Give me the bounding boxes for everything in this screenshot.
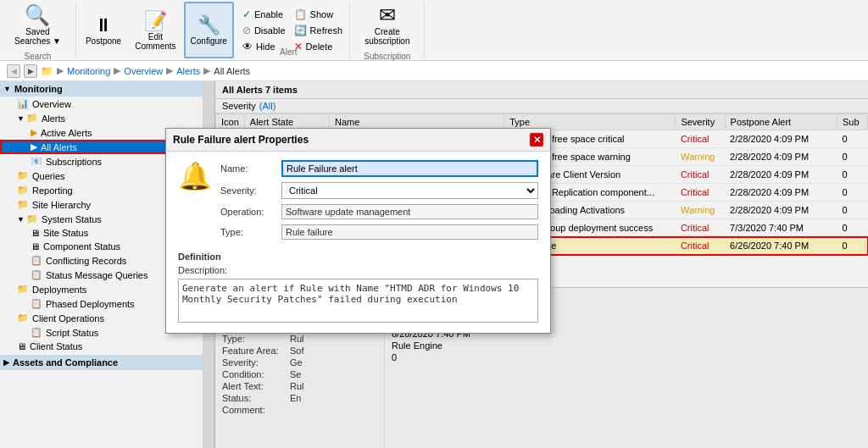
cell-severity: Critical bbox=[676, 219, 725, 237]
dialog-close-button[interactable]: ✕ bbox=[530, 133, 543, 147]
configure-label: Configure bbox=[191, 36, 227, 46]
script-status-icon: 📋 bbox=[31, 327, 42, 338]
filter-label: Severity bbox=[222, 101, 256, 111]
cell-postpone: 2/28/2020 4:09 PM bbox=[725, 184, 837, 202]
dialog-operation-label: Operation: bbox=[220, 207, 281, 217]
dialog-operation-value: Software update management bbox=[281, 204, 538, 219]
nav-back[interactable]: ◀ bbox=[7, 64, 20, 78]
dialog-name-label: Name: bbox=[220, 163, 281, 174]
overview-label: Overview bbox=[32, 99, 71, 109]
cell-sub: 0 bbox=[837, 184, 868, 202]
subscription-icon: ✉ bbox=[379, 3, 396, 27]
status-message-queries-label: Status Message Queries bbox=[46, 270, 147, 280]
cell-sub: 0 bbox=[837, 219, 868, 237]
overview-icon: 📊 bbox=[17, 98, 29, 109]
reporting-icon: 📁 bbox=[17, 185, 29, 196]
dialog-name-row: Name: bbox=[220, 160, 538, 177]
dialog-severity-label: Severity: bbox=[220, 185, 281, 196]
postpone-button[interactable]: ⏸ Postpone bbox=[80, 2, 127, 58]
dialog-severity-row: Severity: Critical Warning Informational bbox=[220, 182, 538, 199]
enable-button[interactable]: ✓ Enable bbox=[239, 7, 289, 22]
dialog-bell-icon: 🔔 bbox=[178, 160, 212, 192]
alerts-expand-icon: ▼ bbox=[17, 114, 25, 123]
disable-icon: ⊘ bbox=[242, 25, 251, 36]
bottom-detail-type: Type:Rul bbox=[222, 334, 377, 344]
active-alerts-icon: ▶ bbox=[31, 127, 37, 138]
nav-forward[interactable]: ▶ bbox=[24, 64, 37, 78]
hide-label: Hide bbox=[256, 41, 275, 52]
all-alerts-icon: ▶ bbox=[31, 141, 37, 152]
queries-icon: 📁 bbox=[17, 170, 29, 181]
dialog-severity-select[interactable]: Critical Warning Informational bbox=[281, 182, 538, 199]
toolbar-subscription-group: ✉ Create subscription Subscription bbox=[350, 2, 425, 58]
cell-postpone: 6/26/2020 7:40 PM bbox=[725, 237, 837, 255]
site-hierarchy-label: Site Hierarchy bbox=[32, 200, 91, 210]
disable-button[interactable]: ⊘ Disable bbox=[239, 23, 289, 38]
edit-comments-button[interactable]: 📝 Edit Comments bbox=[129, 2, 181, 58]
show-button[interactable]: 📋 Show bbox=[291, 7, 347, 22]
show-label: Show bbox=[310, 9, 334, 19]
sidebar-item-overview[interactable]: 📊 Overview bbox=[0, 97, 203, 111]
bottom-detail-status: Status:En bbox=[222, 393, 377, 403]
configure-button[interactable]: 🔧 Configure bbox=[184, 2, 234, 58]
breadcrumb-alerts[interactable]: Alerts bbox=[176, 66, 200, 76]
dialog-title-bar[interactable]: Rule Failure alert Properties ✕ bbox=[166, 129, 550, 152]
breadcrumb-overview[interactable]: Overview bbox=[124, 66, 163, 76]
script-status-label: Script Status bbox=[46, 328, 98, 338]
toolbar: 🔍 Saved Searches ▼ Search ⏸ Postpone 📝 E… bbox=[0, 0, 868, 61]
create-subscription-label: Create subscription bbox=[364, 27, 409, 46]
cell-postpone: 7/3/2020 7:40 PM bbox=[725, 219, 837, 237]
col-postpone[interactable]: Postpone Alert bbox=[725, 114, 837, 130]
assets-section-label: Assets and Compliance bbox=[13, 357, 118, 368]
dialog-operation-row: Operation: Software update management bbox=[220, 204, 538, 219]
alerts-folder-icon: 📁 bbox=[26, 113, 38, 124]
active-alerts-label: Active Alerts bbox=[41, 128, 92, 138]
subscriptions-icon: 📧 bbox=[31, 156, 42, 167]
cell-severity: Critical bbox=[676, 130, 725, 148]
edit-comments-icon: 📝 bbox=[144, 10, 167, 32]
content-header: All Alerts 7 items bbox=[215, 81, 868, 99]
phased-deployments-icon: 📋 bbox=[31, 298, 42, 309]
alerts-label: Alerts bbox=[42, 113, 65, 124]
dialog-description-label: Description: bbox=[178, 265, 538, 275]
saved-searches-button[interactable]: 🔍 Saved Searches ▼ bbox=[7, 0, 69, 50]
sidebar-section-monitoring: ▼ Monitoring bbox=[0, 81, 203, 97]
filter-row: Severity (All) bbox=[215, 99, 868, 113]
breadcrumb: ◀ ▶ 📁 ▶ Monitoring ▶ Overview ▶ Alerts ▶… bbox=[0, 61, 868, 81]
search-icon: 🔍 bbox=[25, 3, 50, 27]
dialog-definition-header: Definition bbox=[178, 252, 538, 262]
queries-label: Queries bbox=[32, 171, 65, 181]
create-subscription-button[interactable]: ✉ Create subscription bbox=[357, 0, 417, 50]
component-status-label: Component Status bbox=[43, 241, 120, 252]
cell-sub: 0 bbox=[837, 148, 868, 166]
col-sub[interactable]: Sub bbox=[837, 114, 868, 130]
client-status-label: Client Status bbox=[30, 341, 82, 351]
dialog-name-input[interactable] bbox=[281, 160, 538, 177]
alert-label-spacer: Alert bbox=[280, 47, 298, 57]
postpone-label: Postpone bbox=[86, 36, 121, 46]
cell-sub: 0 bbox=[837, 237, 868, 255]
dialog-type-value: Rule failure bbox=[281, 224, 538, 240]
site-status-icon: 🖥 bbox=[31, 228, 40, 238]
col-severity[interactable]: Severity bbox=[676, 114, 725, 130]
sidebar-item-alerts[interactable]: ▼ 📁 Alerts bbox=[0, 111, 203, 125]
breadcrumb-all-alerts: All Alerts bbox=[214, 66, 250, 76]
monitoring-expand-icon: ▼ bbox=[3, 85, 11, 93]
breadcrumb-sep3: ▶ bbox=[166, 65, 173, 76]
sidebar-item-client-status[interactable]: 🖥 Client Status bbox=[0, 340, 203, 353]
disable-label: Disable bbox=[254, 25, 286, 36]
status-message-queries-icon: 📋 bbox=[31, 269, 42, 280]
delete-button[interactable]: ✕ Delete bbox=[291, 39, 347, 54]
cell-severity: Critical bbox=[676, 237, 725, 255]
dialog-description-textarea[interactable]: Generate an alert if Rule with Name "HTM… bbox=[178, 279, 538, 323]
enable-label: Enable bbox=[254, 9, 283, 19]
assets-expand-icon: ▶ bbox=[3, 358, 9, 367]
toolbar-alert-group: ⏸ Postpone 📝 Edit Comments 🔧 Configure ✓… bbox=[76, 2, 350, 58]
bottom-detail-alert-text: Alert Text:Rul bbox=[222, 381, 377, 391]
filter-value[interactable]: (All) bbox=[259, 101, 276, 111]
refresh-button[interactable]: 🔄 Refresh bbox=[291, 23, 347, 38]
cell-postpone: 2/28/2020 4:09 PM bbox=[725, 130, 837, 148]
sidebar-section-assets: ▶ Assets and Compliance bbox=[0, 355, 203, 370]
breadcrumb-monitoring[interactable]: Monitoring bbox=[67, 66, 110, 76]
conflicting-records-icon: 📋 bbox=[31, 255, 42, 266]
